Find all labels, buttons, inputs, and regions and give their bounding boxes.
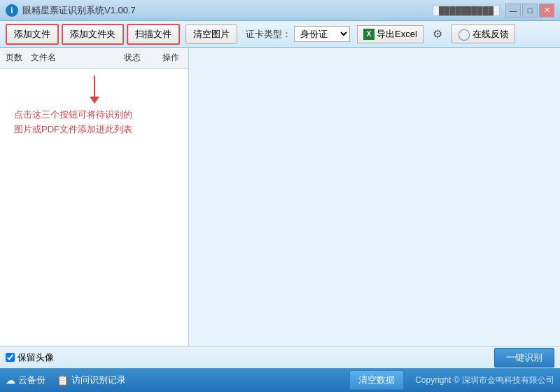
export-excel-button[interactable]: X 导出Excel [357, 25, 424, 43]
status-bar: ☁ 云备份 📋 访问识别记录 清空数据 Copyright © 深圳市金鸣科技有… [0, 368, 560, 392]
card-type-select[interactable]: 身份证 [294, 26, 350, 42]
scan-file-button[interactable]: 扫描文件 [127, 24, 180, 45]
account-info: ██████████ [433, 5, 500, 16]
arrow-head [90, 97, 99, 104]
feedback-button[interactable]: ◯ 在线反馈 [451, 24, 515, 43]
clear-image-button[interactable]: 清空图片 [186, 24, 237, 44]
keep-portrait-label[interactable]: 保留头像 [6, 351, 54, 364]
status-left: ☁ 云备份 📋 访问识别记录 [6, 374, 126, 386]
window-controls: — □ ✕ [505, 4, 554, 18]
annotation-text: 点击这三个按钮可将待识别的 图片或PDF文件添加进此列表 [14, 108, 132, 137]
col-header-name: 文件名 [28, 50, 111, 65]
app-icon: i [6, 4, 18, 17]
col-header-action: 操作 [153, 50, 188, 65]
recognize-button[interactable]: 一键识别 [494, 348, 554, 368]
file-panel: 页数 文件名 状态 操作 点击这三个按钮可将待识别的 图片或PDF文件添加进此列… [0, 48, 189, 346]
settings-button[interactable]: ⚙ [429, 26, 446, 42]
toolbar-right: X 导出Excel ⚙ ◯ 在线反馈 [357, 24, 515, 43]
app-title: 眼精星票证识别系统V1.00.7 [22, 4, 136, 17]
excel-icon: X [363, 29, 374, 40]
main-toolbar: 添加文件 添加文件夹 扫描文件 清空图片 证卡类型： 身份证 X 导出Excel… [0, 21, 560, 48]
annotation: 点击这三个按钮可将待识别的 图片或PDF文件添加进此列表 [14, 76, 132, 137]
col-header-status: 状态 [111, 50, 153, 65]
main-content: 页数 文件名 状态 操作 点击这三个按钮可将待识别的 图片或PDF文件添加进此列… [0, 48, 560, 346]
cloud-icon: ☁ [6, 374, 15, 386]
bottom-toolbar: 保留头像 一键识别 [0, 346, 560, 368]
minimize-button[interactable]: — [505, 4, 521, 18]
keep-portrait-checkbox[interactable] [6, 353, 15, 362]
card-type-label: 证卡类型： [246, 28, 291, 41]
col-header-page: 页数 [0, 50, 28, 65]
record-icon: 📋 [57, 374, 69, 386]
arrow-line [94, 76, 95, 97]
file-list-body: 点击这三个按钮可将待识别的 图片或PDF文件添加进此列表 [0, 69, 188, 346]
copyright-text: Copyright © 深圳市金鸣科技有限公司 [415, 374, 554, 386]
clear-data-button[interactable]: 清空数据 [349, 370, 404, 390]
annotation-arrow [56, 76, 132, 104]
close-button[interactable]: ✕ [539, 4, 554, 18]
cloud-backup-link[interactable]: ☁ 云备份 [6, 374, 46, 386]
feedback-icon: ◯ [458, 27, 470, 41]
title-bar: i 眼精星票证识别系统V1.00.7 ██████████ — □ ✕ [0, 0, 560, 21]
maximize-button[interactable]: □ [522, 4, 538, 18]
title-left: i 眼精星票证识别系统V1.00.7 [6, 4, 136, 17]
add-file-button[interactable]: 添加文件 [6, 24, 59, 45]
file-table-header: 页数 文件名 状态 操作 [0, 48, 188, 69]
add-folder-button[interactable]: 添加文件夹 [62, 24, 124, 45]
visit-records-link[interactable]: 📋 访问识别记录 [57, 374, 126, 386]
right-panel [189, 48, 560, 346]
